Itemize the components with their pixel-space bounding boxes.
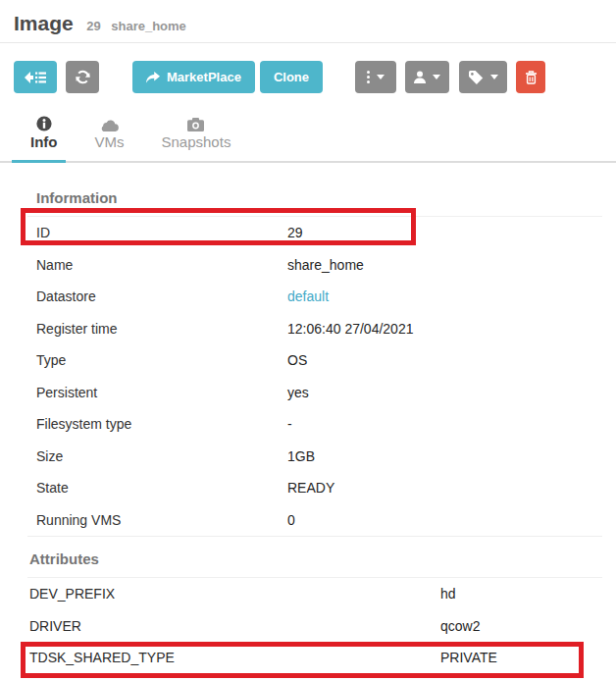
row-value: 29 — [287, 225, 303, 240]
row-label: Size — [36, 448, 287, 464]
back-list-icon — [25, 71, 46, 84]
cloud-icon — [100, 115, 119, 131]
marketplace-button[interactable]: MarketPlace — [132, 61, 255, 93]
row-value: 0 — [287, 512, 295, 528]
row-value: share_home — [287, 257, 364, 273]
row-label: TDSK_SHARED_TYPE — [29, 650, 440, 665]
table-row: Register time 12:06:40 27/04/2021 — [0, 313, 616, 345]
table-row: DEV_PREFIX hd — [0, 578, 616, 610]
caret-down-icon — [490, 75, 498, 79]
row-label: ID — [36, 225, 287, 240]
table-row: Name share_home — [0, 249, 616, 282]
tables-divider — [27, 536, 602, 537]
row-value: READY — [287, 480, 334, 496]
row-value: 12:06:40 27/04/2021 — [287, 321, 413, 337]
refresh-icon — [76, 70, 90, 84]
attributes-section-title: Attributes — [29, 550, 616, 567]
row-label: Filesystem type — [36, 416, 287, 432]
row-label: DRIVER — [29, 618, 440, 634]
marketplace-button-label: MarketPlace — [167, 70, 241, 84]
row-value: hd — [440, 586, 456, 602]
trash-icon — [525, 71, 538, 84]
toolbar: MarketPlace Clone — [0, 43, 616, 93]
ownership-dropdown[interactable] — [405, 61, 449, 93]
page-header: Image 29 share_home — [0, 0, 616, 43]
tab-snapshots-label: Snapshots — [162, 133, 231, 150]
clone-button-label: Clone — [274, 70, 309, 84]
row-value: yes — [287, 385, 309, 400]
table-row: TDSK_SHARED_TYPE PRIVATE — [0, 642, 616, 674]
row-value: PRIVATE — [440, 650, 497, 665]
detail-tabs: Info VMs Snapshots — [0, 115, 616, 163]
table-row: ID 29 — [0, 217, 616, 249]
labels-dropdown[interactable] — [459, 61, 507, 93]
caret-down-icon — [377, 75, 385, 79]
tab-info[interactable]: Info — [12, 115, 77, 161]
row-value: OS — [287, 352, 307, 368]
share-icon — [146, 72, 160, 83]
information-section-title: Information — [36, 189, 616, 206]
row-value: - — [287, 416, 292, 432]
row-label: Running VMS — [36, 512, 287, 528]
caret-down-icon — [433, 75, 440, 79]
table-row: Persistent yes — [0, 377, 616, 409]
delete-button[interactable] — [516, 61, 545, 93]
information-table: ID 29 Name share_home Datastore default … — [0, 217, 616, 536]
row-label: Persistent — [36, 385, 287, 400]
row-label: State — [36, 480, 287, 496]
clone-button[interactable]: Clone — [260, 61, 323, 93]
tab-snapshots[interactable]: Snapshots — [143, 115, 250, 161]
row-label: DEV_PREFIX — [29, 586, 440, 602]
table-row: DRIVER qcow2 — [0, 610, 616, 643]
table-row: Datastore default — [0, 281, 616, 313]
image-detail-page: Image 29 share_home — [0, 0, 616, 681]
row-label: Type — [36, 352, 287, 368]
row-label: Datastore — [36, 288, 287, 304]
page-title: Image — [14, 12, 74, 35]
page-subtitle: 29 share_home — [86, 19, 186, 33]
table-row: Size 1GB — [0, 441, 616, 473]
resource-name: share_home — [111, 19, 186, 33]
info-circle-icon — [36, 115, 52, 131]
tab-vms-label: VMs — [95, 133, 125, 150]
refresh-button[interactable] — [66, 61, 99, 93]
row-value: qcow2 — [440, 618, 480, 634]
table-row: Filesystem type - — [0, 408, 616, 441]
camera-icon — [187, 115, 204, 131]
tag-icon — [469, 71, 484, 84]
row-label: Register time — [36, 321, 287, 337]
ellipsis-v-icon — [367, 71, 370, 83]
tab-vms[interactable]: VMs — [77, 115, 143, 161]
more-actions-dropdown[interactable] — [355, 61, 396, 93]
table-row: Running VMS 0 — [0, 504, 616, 537]
back-to-list-button[interactable] — [14, 61, 57, 93]
row-label: Name — [36, 257, 287, 273]
datastore-link[interactable]: default — [287, 288, 329, 304]
attributes-table: DEV_PREFIX hd DRIVER qcow2 TDSK_SHARED_T… — [0, 578, 616, 674]
row-value: 1GB — [287, 448, 315, 464]
table-row: State READY — [0, 472, 616, 504]
active-tab-indicator — [12, 160, 66, 163]
tab-info-label: Info — [30, 133, 58, 150]
table-row: Type OS — [0, 344, 616, 377]
resource-id: 29 — [86, 19, 100, 33]
user-icon — [414, 71, 426, 83]
